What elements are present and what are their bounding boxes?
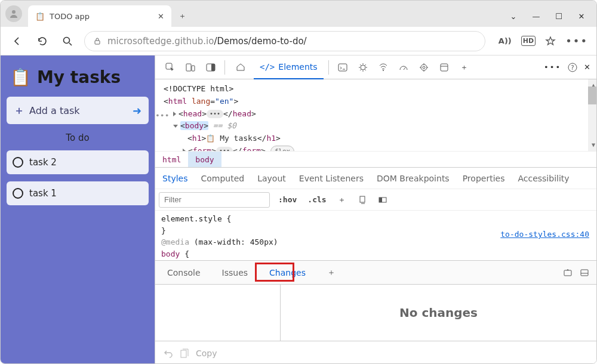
clipboard-icon: 📋 <box>35 12 45 21</box>
radio-icon[interactable] <box>13 188 23 199</box>
close-devtools-icon[interactable]: ✕ <box>584 63 590 72</box>
application-icon[interactable] <box>435 58 453 76</box>
profile-icon[interactable] <box>5 5 22 22</box>
chevron-down-icon[interactable]: ⌄ <box>509 12 518 21</box>
tab-label: Elements <box>278 62 317 72</box>
svg-rect-16 <box>360 196 365 202</box>
tab-computed[interactable]: Computed <box>201 174 244 183</box>
changes-footer: Copy <box>155 341 596 364</box>
refresh-button[interactable] <box>34 33 51 50</box>
network-icon[interactable] <box>374 58 392 76</box>
svg-point-1 <box>64 37 70 43</box>
page-title: My tasks <box>37 67 121 87</box>
maximize-button[interactable]: ☐ <box>555 12 563 21</box>
back-button[interactable] <box>9 33 26 50</box>
section-label: To do <box>7 132 149 143</box>
more-tabs-icon[interactable]: ＋ <box>456 58 473 76</box>
svg-rect-8 <box>338 64 347 71</box>
new-style-rule-icon[interactable]: ＋ <box>335 193 349 207</box>
dom-breadcrumb: html body <box>155 151 596 168</box>
window-titlebar: 📋 TODO app ✕ ＋ ⌄ — ☐ ✕ <box>1 1 596 27</box>
search-button[interactable] <box>59 33 76 50</box>
svg-rect-2 <box>95 41 100 44</box>
task-item[interactable]: task 2 <box>7 150 149 174</box>
tab-dom-breakpoints[interactable]: DOM Breakpoints <box>377 174 450 183</box>
add-task-placeholder: Add a task <box>29 105 128 116</box>
tab-welcome[interactable] <box>230 55 251 79</box>
favorite-icon[interactable] <box>545 36 556 47</box>
copy-icon[interactable] <box>180 348 189 358</box>
scrollbar[interactable]: ▲ ▼ <box>588 79 596 151</box>
expand-drawer-icon[interactable] <box>580 268 589 277</box>
svg-rect-19 <box>564 270 571 276</box>
device-toggle-icon[interactable] <box>181 58 199 76</box>
clipboard-icon: 📋 <box>10 67 31 87</box>
changes-sidebar <box>155 285 281 341</box>
new-tab-button[interactable]: ＋ <box>171 5 193 27</box>
svg-rect-5 <box>192 66 195 71</box>
drawer-tab-changes[interactable]: Changes <box>264 266 310 280</box>
url-host: microsoftedge.github.io <box>107 36 214 47</box>
inspect-element-icon[interactable] <box>161 58 179 76</box>
copy-changes-icon[interactable] <box>355 193 370 207</box>
close-icon[interactable]: ✕ <box>158 12 164 21</box>
drawer-tabstrip: Console Issues Changes ＋ <box>155 261 596 285</box>
svg-rect-21 <box>181 350 186 357</box>
task-label: task 2 <box>29 157 57 168</box>
performance-icon[interactable] <box>395 58 413 76</box>
console-icon[interactable] <box>334 58 352 76</box>
browser-tab[interactable]: 📋 TODO app ✕ <box>28 5 171 27</box>
devtools-toolbar: </> Elements ＋ ••• ? ✕ <box>155 55 596 79</box>
dom-tree[interactable]: ••• <!DOCTYPE html> <html lang="en"> <he… <box>155 79 596 151</box>
tab-event-listeners[interactable]: Event Listeners <box>299 174 364 183</box>
breadcrumb-html[interactable]: html <box>155 152 188 167</box>
more-icon[interactable]: ••• <box>565 35 588 47</box>
undo-icon[interactable] <box>164 348 173 358</box>
add-task-input[interactable]: ＋ Add a task ➜ <box>7 97 149 124</box>
demo-page: 📋 My tasks ＋ Add a task ➜ To do task 2 t… <box>1 55 155 364</box>
url-input[interactable]: microsoftedge.github.io/Demos/demo-to-do… <box>84 31 485 51</box>
svg-point-11 <box>421 64 427 70</box>
flex-badge[interactable]: flex <box>270 146 295 151</box>
cls-toggle[interactable]: .cls <box>305 195 328 204</box>
svg-rect-18 <box>379 198 382 202</box>
memory-icon[interactable] <box>415 58 433 76</box>
drawer-tab-issues[interactable]: Issues <box>217 266 253 280</box>
radio-icon[interactable] <box>13 157 23 168</box>
changes-panel: No changes Copy <box>155 285 596 364</box>
gutter-dots-icon: ••• <box>155 110 169 122</box>
styles-pane[interactable]: element.style { } @media (max-width: 450… <box>155 211 596 261</box>
drawer-more-tabs-icon[interactable]: ＋ <box>322 265 340 280</box>
submit-arrow-icon[interactable]: ➜ <box>133 104 141 117</box>
tab-styles[interactable]: Styles <box>162 174 187 183</box>
tab-accessibility[interactable]: Accessibility <box>518 174 569 183</box>
svg-point-9 <box>361 65 365 70</box>
plus-icon: ＋ <box>14 103 24 118</box>
source-link[interactable]: to-do-styles.css:40 <box>500 229 589 240</box>
svg-point-12 <box>423 66 425 69</box>
hov-toggle[interactable]: :hov <box>276 195 299 204</box>
sources-icon[interactable] <box>354 58 372 76</box>
drawer-tab-console[interactable]: Console <box>162 266 205 280</box>
task-label: task 1 <box>29 188 57 199</box>
task-item[interactable]: task 1 <box>7 181 149 205</box>
devtools-panel: </> Elements ＋ ••• ? ✕ ••• <!DOCTYPE htm… <box>155 55 596 364</box>
copy-label[interactable]: Copy <box>196 348 217 358</box>
translate-icon[interactable]: HD <box>521 36 536 46</box>
close-window-button[interactable]: ✕ <box>577 12 586 21</box>
styles-filter-input[interactable] <box>159 192 270 208</box>
toggle-common-icon[interactable] <box>376 193 390 207</box>
help-icon[interactable]: ? <box>567 62 578 73</box>
more-tools-icon[interactable]: ••• <box>544 63 561 72</box>
tab-properties[interactable]: Properties <box>463 174 505 183</box>
lock-icon <box>93 37 101 45</box>
minimize-button[interactable]: — <box>532 12 540 21</box>
svg-rect-7 <box>211 64 215 71</box>
reader-mode-icon[interactable]: A)) <box>498 36 512 45</box>
svg-point-10 <box>383 70 384 71</box>
dock-drawer-icon[interactable] <box>563 268 573 277</box>
dock-side-icon[interactable] <box>202 58 220 76</box>
tab-elements[interactable]: </> Elements <box>254 55 324 79</box>
tab-layout[interactable]: Layout <box>257 174 286 183</box>
breadcrumb-body[interactable]: body <box>188 152 221 167</box>
